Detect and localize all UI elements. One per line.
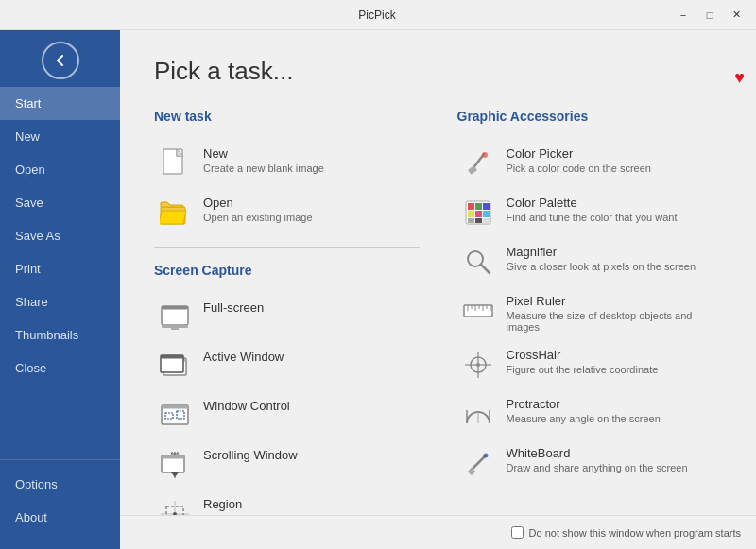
- svg-marker-18: [171, 472, 179, 477]
- content-area: ♥ Pick a task... New task: [120, 30, 756, 549]
- crosshair-desc: Figure out the relative coordinate: [507, 364, 719, 375]
- whiteboard-icon: [461, 446, 495, 480]
- svg-rect-37: [483, 203, 490, 210]
- window-control-text: Window Control: [203, 399, 416, 415]
- open-task-desc: Open an existing image: [203, 212, 416, 223]
- new-task-text: New Create a new blank image: [203, 146, 416, 174]
- new-task-item[interactable]: New Create a new blank image: [154, 139, 420, 188]
- titlebar-controls: − □ ✕: [671, 6, 748, 25]
- color-picker-name: Color Picker: [507, 146, 719, 161]
- sidebar-item-print[interactable]: Print: [0, 252, 120, 285]
- open-task-item[interactable]: Open Open an existing image: [154, 188, 420, 237]
- sidebar-item-close[interactable]: Close: [0, 352, 120, 385]
- sidebar-item-thumbnails[interactable]: Thumbnails: [0, 318, 120, 352]
- protractor-item[interactable]: Protractor Measure any angle on the scre…: [457, 389, 723, 438]
- sidebar-item-new[interactable]: New: [0, 120, 120, 153]
- svg-line-61: [471, 455, 486, 471]
- sidebar-item-open[interactable]: Open: [0, 153, 120, 186]
- active-window-text: Active Window: [203, 350, 416, 366]
- screen-capture-section-title: Screen Capture: [154, 263, 420, 278]
- svg-rect-39: [475, 211, 482, 217]
- fullscreen-text: Full-screen: [203, 300, 416, 317]
- svg-rect-42: [475, 218, 482, 223]
- open-task-text: Open Open an existing image: [203, 196, 416, 223]
- protractor-text: Protractor Measure any angle on the scre…: [507, 397, 719, 424]
- checkbox-label[interactable]: Do not show this window when program sta…: [511, 526, 741, 539]
- color-picker-text: Color Picker Pick a color code on the sc…: [507, 146, 719, 174]
- pixel-ruler-item[interactable]: Pixel Ruler Measure the size of desktop …: [457, 286, 723, 340]
- sidebar-item-save-as[interactable]: Save As: [0, 219, 120, 252]
- svg-point-63: [483, 454, 488, 458]
- sidebar-item-options[interactable]: Options: [0, 468, 120, 501]
- crosshair-item[interactable]: CrossHair Figure out the relative coordi…: [457, 340, 723, 389]
- sidebar-nav: Start New Open Save Save As Print Share …: [0, 87, 120, 549]
- color-palette-item[interactable]: Color Palette Find and tune the color th…: [457, 188, 723, 237]
- pixel-ruler-name: Pixel Ruler: [507, 294, 719, 308]
- protractor-desc: Measure any angle on the screen: [507, 413, 719, 424]
- svg-rect-12: [162, 405, 188, 409]
- bottom-bar: Do not show this window when program sta…: [120, 515, 756, 549]
- close-button[interactable]: ✕: [724, 6, 748, 25]
- new-task-name: New: [203, 146, 416, 161]
- whiteboard-desc: Draw and share anything on the screen: [507, 462, 719, 473]
- magnifier-desc: Give a closer look at pixels on the scre…: [507, 261, 719, 272]
- titlebar: PicPick − □ ✕: [0, 0, 756, 30]
- new-task-desc: Create a new blank image: [203, 163, 416, 174]
- color-palette-desc: Find and tune the color that you want: [507, 212, 719, 223]
- sidebar-item-save[interactable]: Save: [0, 186, 120, 219]
- svg-point-57: [476, 363, 480, 367]
- right-column: Graphic Accessories Color Picker Pick a …: [457, 109, 723, 549]
- heart-icon: ♥: [734, 68, 745, 88]
- columns-container: New task New Create a new blank image: [154, 109, 722, 549]
- scrolling-window-icon: [158, 448, 192, 482]
- pixel-ruler-desc: Measure the size of desktop objects and …: [507, 310, 719, 333]
- active-window-name: Active Window: [203, 350, 416, 364]
- titlebar-title: PicPick: [83, 9, 671, 22]
- fullscreen-name: Full-screen: [203, 300, 416, 315]
- svg-point-33: [482, 152, 488, 158]
- back-button[interactable]: [42, 42, 79, 79]
- active-window-item[interactable]: Active Window: [154, 342, 420, 391]
- magnifier-icon: [461, 245, 495, 279]
- svg-rect-4: [162, 306, 188, 310]
- window-control-item[interactable]: Window Control: [154, 391, 420, 440]
- fullscreen-item[interactable]: Full-screen: [154, 293, 420, 342]
- protractor-name: Protractor: [507, 397, 719, 411]
- magnifier-item[interactable]: Magnifier Give a closer look at pixels o…: [457, 237, 723, 286]
- svg-rect-16: [162, 455, 184, 459]
- no-show-checkbox[interactable]: [511, 526, 524, 539]
- scrolling-window-text: Scrolling Window: [203, 448, 416, 464]
- color-palette-icon: [461, 196, 495, 230]
- sidebar-item-about[interactable]: About: [0, 501, 120, 534]
- color-picker-item[interactable]: Color Picker Pick a color code on the sc…: [457, 139, 723, 188]
- color-palette-name: Color Palette: [507, 196, 719, 210]
- crosshair-icon: [461, 348, 495, 382]
- left-column: New task New Create a new blank image: [154, 109, 420, 549]
- svg-rect-41: [468, 218, 474, 223]
- region-text: Region: [203, 497, 416, 513]
- crosshair-text: CrossHair Figure out the relative coordi…: [507, 348, 719, 375]
- svg-rect-62: [467, 468, 474, 475]
- maximize-button[interactable]: □: [697, 6, 722, 25]
- fullscreen-icon: [158, 300, 192, 335]
- new-task-icon: [158, 146, 192, 180]
- sidebar-divider: [0, 459, 120, 460]
- scrolling-window-item[interactable]: Scrolling Window: [154, 440, 420, 489]
- minimize-button[interactable]: −: [671, 6, 696, 25]
- open-task-icon: [158, 196, 192, 230]
- crosshair-name: CrossHair: [507, 348, 719, 362]
- sidebar-item-start[interactable]: Start: [0, 87, 120, 120]
- svg-rect-43: [483, 218, 490, 223]
- color-picker-icon: [461, 146, 495, 180]
- svg-rect-10: [161, 355, 183, 359]
- sidebar-item-share[interactable]: Share: [0, 285, 120, 318]
- magnifier-name: Magnifier: [507, 245, 719, 259]
- main-container: Start New Open Save Save As Print Share …: [0, 30, 756, 549]
- svg-rect-38: [468, 211, 474, 217]
- region-name: Region: [203, 497, 416, 511]
- graphic-accessories-title: Graphic Accessories: [457, 109, 723, 124]
- whiteboard-item[interactable]: WhiteBoard Draw and share anything on th…: [457, 438, 723, 488]
- scrolling-window-name: Scrolling Window: [203, 448, 416, 462]
- active-window-icon: [158, 350, 192, 384]
- open-task-name: Open: [203, 196, 416, 210]
